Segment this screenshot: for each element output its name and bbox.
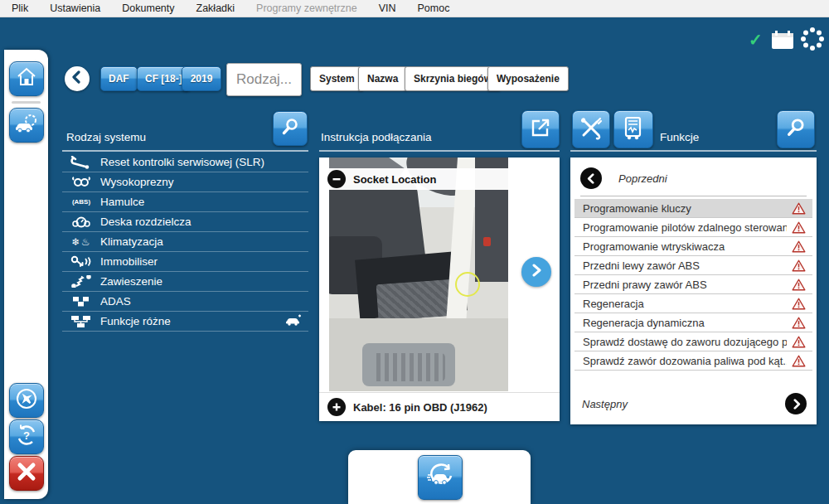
system-panel-title: Rodzaj systemu	[66, 131, 146, 143]
suspension-icon	[62, 275, 100, 288]
bottom-bar	[348, 450, 531, 504]
gearbox-tab-button[interactable]: Skrzynia biegów	[405, 66, 501, 91]
connection-check-icon: ✓	[749, 30, 763, 50]
image-title-strip: Socket Location	[319, 168, 560, 190]
warning-icon	[792, 221, 806, 234]
menu-pomoc[interactable]: Pomoc	[418, 2, 450, 14]
system-item-label: Deska rozdzielcza	[100, 216, 308, 228]
system-item-climate[interactable]: ❄♨ Klimatyzacja	[62, 232, 308, 252]
connect-vehicle-button[interactable]	[418, 455, 463, 500]
system-item-diesel[interactable]: Wysokoprezny	[62, 172, 308, 192]
function-item[interactable]: Programowanie pilotów zdalnego sterowani…	[574, 218, 812, 237]
plus-circle-icon[interactable]	[327, 398, 346, 416]
exit-icon	[16, 461, 37, 486]
menu-ustawienia[interactable]: Ustawienia	[50, 2, 100, 14]
system-item-brakes[interactable]: (ABS) Hamulce	[62, 192, 308, 212]
system-item-suspension[interactable]: Zawieszenie	[62, 272, 308, 292]
system-search-button[interactable]	[273, 111, 308, 146]
cable-caption: Kabel: 16 pin OBD (J1962)	[353, 401, 487, 414]
functions-panel-title: Funkcje	[660, 131, 699, 143]
back-button[interactable]	[65, 66, 90, 91]
instruction-panel-divider	[319, 150, 560, 152]
system-item-service-reset[interactable]: Reset kontrolki serwisowej (SLR)	[62, 153, 308, 172]
menu-zakladki[interactable]: Zakładki	[196, 2, 235, 14]
function-item[interactable]: Przedni prawy zawór ABS	[574, 275, 812, 294]
immobiliser-icon	[62, 255, 100, 268]
name-tab-button[interactable]: Nazwa	[358, 66, 407, 91]
abs-icon: (ABS)	[62, 198, 100, 206]
function-item[interactable]: Przedni lewy zawór ABS	[574, 256, 812, 275]
vehicle-settings-button[interactable]	[9, 108, 44, 143]
type-filter-button[interactable]: Rodzaj...	[226, 63, 302, 96]
system-item-label: Hamulce	[100, 196, 308, 208]
function-item[interactable]: Regeneracja dynamiczna	[574, 313, 812, 332]
home-button[interactable]	[9, 61, 44, 96]
previous-label: Poprzedni	[618, 172, 667, 185]
function-item-label: Programowanie wtryskiwacza	[583, 240, 787, 253]
system-tab-button[interactable]: System	[310, 66, 364, 91]
warning-icon	[792, 298, 806, 310]
functions-list-divider	[580, 196, 807, 196]
breadcrumb-make[interactable]: DAF	[100, 66, 138, 91]
open-instruction-button[interactable]	[521, 110, 560, 148]
warning-icon	[792, 317, 806, 329]
system-item-label: Immobiliser	[100, 255, 308, 268]
image-title: Socket Location	[353, 173, 436, 186]
menubar: Plik Ustawienia Dokumenty Zakładki Progr…	[0, 0, 829, 17]
warning-icon	[792, 202, 806, 215]
exit-button[interactable]	[9, 456, 44, 491]
system-item-label: ADAS	[100, 295, 308, 308]
next-image-button[interactable]	[521, 257, 551, 287]
misc-functions-icon	[62, 315, 100, 328]
system-item-misc[interactable]: Funkcje różne	[62, 312, 308, 332]
tools-button[interactable]	[572, 110, 610, 148]
function-item-label: Sprawdź zawór dozowania paliwa pod kąt..…	[583, 355, 787, 367]
system-item-dashboard[interactable]: Deska rozdzielcza	[62, 212, 308, 232]
socket-marker	[455, 272, 480, 297]
system-item-label: Klimatyzacja	[100, 235, 308, 248]
system-list: Reset kontrolki serwisowej (SLR) Wysokop…	[62, 153, 308, 332]
function-item[interactable]: Programowanie kluczy	[574, 199, 812, 218]
system-item-label: Wysokoprezny	[100, 176, 308, 188]
previous-arrow-icon	[580, 167, 602, 189]
calendar-icon[interactable]	[771, 31, 794, 53]
search-icon	[785, 117, 807, 142]
function-item[interactable]: Programowanie wtryskiwacza	[574, 237, 812, 256]
equipment-tab-button[interactable]: Wyposażenie	[487, 66, 569, 91]
function-item-label: Programowanie pilotów zdalnego sterowani…	[583, 221, 787, 234]
flight-mode-button[interactable]	[9, 383, 44, 418]
system-item-immobiliser[interactable]: Immobiliser	[62, 252, 308, 272]
menu-vin[interactable]: VIN	[379, 2, 396, 14]
blue-arrow-right-icon	[530, 264, 543, 280]
warning-icon	[792, 240, 806, 253]
next-page-button[interactable]: Następny	[582, 390, 807, 418]
tools-icon	[579, 115, 604, 143]
functions-panel-divider	[570, 150, 817, 152]
sidebar: ?	[4, 50, 48, 499]
function-item[interactable]: Regeneracja	[574, 294, 812, 313]
equipment-icon	[622, 115, 645, 143]
warning-icon	[792, 355, 806, 367]
system-item-label: Reset kontrolki serwisowej (SLR)	[100, 156, 308, 168]
functions-list: Programowanie kluczy Programowanie pilot…	[574, 199, 812, 371]
function-item-label: Sprawdź dostawę do zaworu dozującego p..…	[583, 336, 787, 348]
system-item-adas[interactable]: ADAS	[62, 292, 308, 312]
function-item[interactable]: Sprawdź zawór dozowania paliwa pod kąt..…	[574, 351, 812, 371]
airplane-icon	[15, 387, 38, 414]
cable-caption-row[interactable]: Kabel: 16 pin OBD (J1962)	[319, 392, 560, 421]
minus-circle-icon[interactable]	[327, 170, 346, 188]
sidebar-divider	[12, 101, 41, 104]
next-label: Następny	[582, 398, 785, 410]
functions-panel-body: Poprzedni Programowanie kluczy Programow…	[570, 158, 817, 424]
menu-plik[interactable]: Plik	[12, 2, 28, 14]
breadcrumb-year[interactable]: 2019	[182, 66, 221, 91]
function-item[interactable]: Sprawdź dostawę do zaworu dozującego p..…	[574, 332, 812, 351]
search-icon	[280, 117, 300, 140]
menu-dokumenty[interactable]: Dokumenty	[122, 2, 174, 14]
previous-page-button[interactable]: Poprzedni	[580, 164, 807, 192]
equipment-button[interactable]	[613, 110, 653, 148]
help-button[interactable]: ?	[9, 419, 44, 454]
functions-search-button[interactable]	[777, 110, 815, 148]
service-reset-icon	[62, 156, 100, 169]
system-item-label: Funkcje różne	[100, 315, 308, 327]
